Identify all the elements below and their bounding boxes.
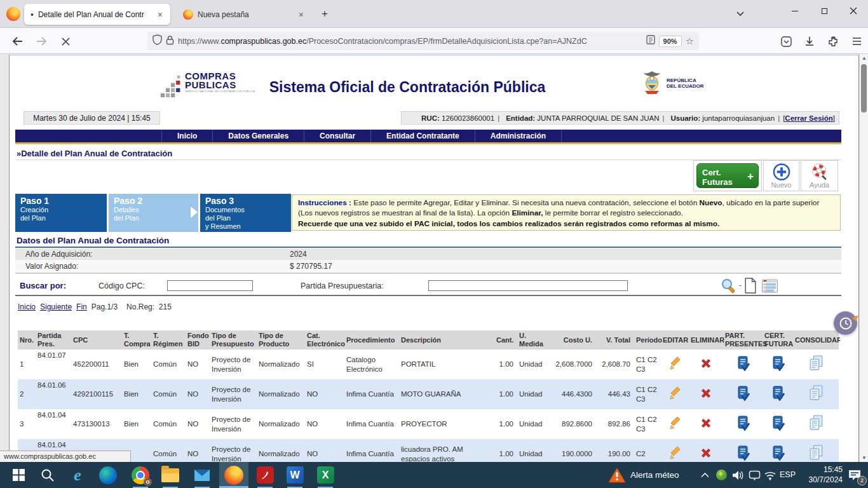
bookmark-star-icon[interactable]: ☆ xyxy=(686,36,694,47)
menu-hamburger-icon[interactable] xyxy=(849,34,864,49)
breadcrumb: »Detalle del Plan Anual de Contratación xyxy=(17,149,172,158)
part-presentes-icon[interactable] xyxy=(736,454,750,462)
window-maximize-button[interactable] xyxy=(810,0,839,22)
cert-futuras-box: Cert.Futuras + xyxy=(693,160,762,191)
partida-presupuestaria-input[interactable] xyxy=(428,280,628,291)
tracking-shield-icon[interactable] xyxy=(153,34,162,48)
page-content: COMPRASPUBLICAS SERVICIO NACIONAL DE CON… xyxy=(9,54,859,462)
consolidar-icon[interactable] xyxy=(808,365,825,373)
part-presentes-icon[interactable] xyxy=(736,424,750,432)
search-magnifier-icon[interactable] xyxy=(721,278,738,297)
list-tabs-chevron-icon[interactable] xyxy=(736,9,745,20)
step-1-creacion-del-plan[interactable]: Paso 1 Creación del Plan xyxy=(15,194,107,232)
back-icon[interactable] xyxy=(9,33,25,50)
keyboard-language-indicator[interactable]: ESP xyxy=(780,462,796,488)
weather-alert-icon[interactable] xyxy=(606,462,628,488)
window-close-button[interactable] xyxy=(839,0,868,22)
ecuador-coat-of-arms-icon xyxy=(641,70,663,97)
tab-close-icon[interactable]: × xyxy=(297,10,305,20)
antivirus-tray-icon[interactable] xyxy=(713,462,729,488)
window-minimize-button[interactable] xyxy=(780,0,810,22)
pager-fin-link[interactable]: Fin xyxy=(76,302,87,311)
taskbar-excel[interactable]: X xyxy=(311,462,340,488)
notification-center-button[interactable]: 2 xyxy=(846,462,863,488)
pocket-icon[interactable] xyxy=(778,34,794,49)
scroll-up-icon[interactable]: ▲ xyxy=(860,55,868,61)
edit-pencil-icon[interactable] xyxy=(668,454,682,461)
delete-x-icon[interactable] xyxy=(700,453,712,461)
taskbar-internet-explorer[interactable]: e xyxy=(63,462,92,488)
col-periodo: Período xyxy=(634,330,661,349)
file-explorer-icon xyxy=(161,468,179,482)
new-tab-button[interactable]: + xyxy=(322,8,328,20)
volume-icon[interactable] xyxy=(729,462,746,488)
extensions-icon[interactable] xyxy=(825,34,841,49)
edit-pencil-icon[interactable] xyxy=(668,424,682,431)
browser-tab-active[interactable]: • Detalle del Plan Anual de Contr × xyxy=(24,4,170,25)
cert-futura-icon[interactable] xyxy=(771,395,785,402)
edit-pencil-icon[interactable] xyxy=(668,394,682,402)
cert-futura-icon[interactable] xyxy=(771,365,785,372)
nav-item-datos-generales[interactable]: Datos Generales xyxy=(212,130,304,142)
weather-alert-text[interactable]: Alerta méteo xyxy=(630,462,679,488)
start-button[interactable] xyxy=(4,462,33,488)
report-list-icon[interactable] xyxy=(761,279,778,295)
delete-x-icon[interactable] xyxy=(700,393,712,401)
edit-pencil-icon[interactable] xyxy=(668,364,682,372)
part-presentes-icon[interactable] xyxy=(736,365,750,372)
consolidar-icon[interactable] xyxy=(808,455,825,462)
entidad-label: Entidad: xyxy=(506,114,535,122)
export-page-icon[interactable] xyxy=(743,278,757,295)
tray-chevron-icon[interactable] xyxy=(696,462,713,488)
taskbar-mail[interactable] xyxy=(187,462,217,488)
forward-icon[interactable] xyxy=(33,33,50,50)
browser-tab-newtab[interactable]: Nueva pestaña × xyxy=(177,4,311,25)
scroll-down-icon[interactable]: ▼ xyxy=(860,455,868,461)
part-presentes-icon[interactable] xyxy=(736,395,750,402)
display-device-icon[interactable] xyxy=(746,462,763,488)
nav-item-consultar[interactable]: Consultar xyxy=(304,130,370,142)
search-icon xyxy=(41,468,55,482)
taskbar-acrobat[interactable] xyxy=(250,462,280,488)
taskbar-word[interactable]: W xyxy=(280,462,309,488)
scrollbar-thumb[interactable] xyxy=(861,64,867,112)
floating-timer-widget[interactable] xyxy=(834,311,857,335)
taskbar-chrome[interactable]: G xyxy=(126,462,155,488)
cert-futura-icon[interactable] xyxy=(771,424,785,432)
taskbar-search-button[interactable] xyxy=(33,462,62,488)
pager-siguiente-link[interactable]: Siguiente xyxy=(40,302,72,311)
codigo-cpc-input[interactable] xyxy=(167,280,253,291)
cert-futura-icon[interactable] xyxy=(771,454,785,462)
nav-item-inicio[interactable]: Inicio xyxy=(161,130,212,142)
col-costo-u: Costo U. xyxy=(545,330,596,349)
browser-toolbar: https://www.compraspublicas.gob.ec/Proce… xyxy=(0,28,868,54)
step-3-documentos-del-plan[interactable]: Paso 3 Documentos del Plan y Resumen xyxy=(200,194,291,232)
cert-futuras-button[interactable]: Cert.Futuras + xyxy=(696,163,759,188)
stop-loading-icon[interactable] xyxy=(57,33,74,50)
url-bar[interactable]: https://www.compraspublicas.gob.ec/Proce… xyxy=(147,32,699,50)
consolidar-icon[interactable] xyxy=(808,395,825,403)
nav-item-entidad-contratante[interactable]: Entidad Contratante xyxy=(370,130,475,142)
taskbar-firefox-active[interactable] xyxy=(219,462,248,488)
tab-close-icon[interactable]: × xyxy=(156,10,164,20)
reader-view-icon[interactable] xyxy=(646,35,655,47)
table-row: 3 84.01.04 473130013 Bien Común NO Proye… xyxy=(18,409,839,439)
downloads-icon[interactable] xyxy=(802,34,817,49)
table-row: 1 84.01.07 452200011 Bien Común NO Proye… xyxy=(18,349,839,379)
wifi-icon[interactable] xyxy=(762,462,778,488)
ayuda-button[interactable]: Ayuda xyxy=(801,160,838,191)
nuevo-button[interactable]: Nuevo xyxy=(763,160,799,191)
step-2-detalles-del-plan[interactable]: Paso 2 Detalles del Plan xyxy=(109,194,198,232)
cerrar-sesion-link[interactable]: Cerrar Sesión xyxy=(785,114,832,122)
delete-x-icon[interactable] xyxy=(700,423,712,431)
taskbar-file-explorer[interactable] xyxy=(156,462,185,488)
taskbar-clock[interactable]: 15:45 30/7/2024 xyxy=(798,464,843,485)
lock-icon[interactable] xyxy=(166,35,174,48)
page-scrollbar[interactable]: ▲ ▼ xyxy=(859,54,868,462)
consolidar-icon[interactable] xyxy=(808,425,825,433)
zoom-level-badge[interactable]: 90% xyxy=(659,36,682,47)
pager-inicio-link[interactable]: Inicio xyxy=(18,302,36,311)
delete-x-icon[interactable] xyxy=(700,363,712,371)
nav-item-administracion[interactable]: Administración xyxy=(475,130,562,142)
taskbar-edge[interactable] xyxy=(93,462,123,488)
